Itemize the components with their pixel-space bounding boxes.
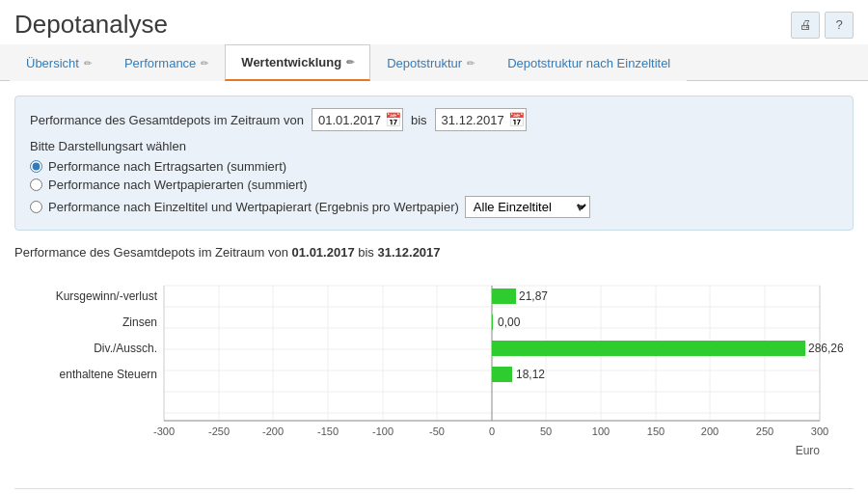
tab-depotstruktur-edit-icon: ✏ (467, 58, 475, 69)
date-to-label: bis (411, 113, 427, 127)
einzeltitel-dropdown[interactable]: Alle Einzeltitel (465, 196, 590, 218)
bar-label-kursgewinn: 21,87 (519, 289, 548, 303)
tab-uebersicht-edit-icon: ✏ (84, 58, 92, 69)
radio-einzeltitel-label[interactable]: Performance nach Einzeltitel und Wertpap… (48, 200, 459, 214)
tab-uebersicht-label: Übersicht (26, 56, 79, 70)
display-type-group: Performance nach Ertragsarten (summiert)… (30, 159, 838, 218)
summary-date-from: 01.01.2017 (292, 245, 355, 260)
tab-performance-label: Performance (124, 56, 196, 70)
tab-performance[interactable]: Performance ✏ (108, 44, 225, 81)
tab-uebersicht[interactable]: Übersicht ✏ (10, 44, 108, 81)
svg-text:-100: -100 (372, 425, 393, 437)
svg-text:50: 50 (540, 425, 552, 437)
date-to-value: 31.12.2017 (442, 113, 504, 127)
bar-label-steuern: 18,12 (516, 368, 545, 381)
label-kursgewinn: Kursgewinn/-verlust (56, 289, 158, 303)
date-to-input[interactable]: 31.12.2017 📅 (435, 108, 527, 131)
radio-wertpapierarten-label[interactable]: Performance nach Wertpapierarten (summie… (48, 178, 308, 192)
help-button[interactable]: ? (825, 12, 854, 39)
svg-text:300: 300 (811, 425, 828, 437)
calendar-to-icon[interactable]: 📅 (508, 112, 525, 127)
tab-depotstruktur[interactable]: Depotstruktur ✏ (370, 44, 491, 81)
main-content: Performance des Gesamtdepots im Zeitraum… (0, 81, 868, 494)
svg-text:-300: -300 (153, 425, 175, 437)
label-div: Div./Aussch. (94, 342, 157, 355)
tab-wertentwicklung-label: Wertentwicklung (241, 55, 341, 69)
radio-ertragsarten-row: Performance nach Ertragsarten (summiert) (30, 159, 838, 174)
radio-einzeltitel-row: Performance nach Einzeltitel und Wertpap… (30, 196, 838, 218)
radio-wertpapierarten[interactable] (30, 178, 42, 191)
svg-text:-50: -50 (429, 425, 445, 437)
radio-einzeltitel[interactable] (30, 201, 42, 213)
label-zinsen: Zinsen (122, 316, 157, 329)
radio-ertragsarten[interactable] (30, 160, 42, 173)
summary-date-to: 31.12.2017 (377, 245, 440, 260)
filter-panel: Performance des Gesamtdepots im Zeitraum… (14, 96, 854, 231)
bar-div (492, 341, 805, 356)
svg-text:250: 250 (756, 425, 773, 437)
radio-wertpapierarten-row: Performance nach Wertpapierarten (summie… (30, 178, 838, 192)
header-actions: 🖨 ? (791, 12, 854, 39)
svg-text:100: 100 (592, 425, 610, 437)
svg-text:150: 150 (647, 425, 665, 437)
bar-zinsen (492, 315, 493, 330)
svg-text:-150: -150 (317, 425, 339, 437)
x-axis-label: Euro (796, 444, 821, 457)
svg-text:-200: -200 (262, 425, 284, 437)
date-from-label: Performance des Gesamtdepots im Zeitraum… (30, 113, 304, 127)
svg-text:200: 200 (701, 425, 719, 437)
tab-depotstruktur-einzel-label: Depotstruktur nach Einzeltitel (507, 56, 670, 70)
tab-depotstruktur-einzel[interactable]: Depotstruktur nach Einzeltitel (491, 44, 687, 81)
app-title: Depotanalyse (14, 10, 168, 40)
label-steuern: enthaltene Steuern (60, 368, 157, 381)
bar-label-div: 286,26 (808, 342, 844, 355)
tab-bar: Übersicht ✏ Performance ✏ Wertentwicklun… (0, 44, 868, 81)
bar-label-zinsen: 0,00 (498, 316, 521, 329)
chart-area: .axis-tick { font-size: 11px; fill: #555… (14, 271, 854, 479)
date-from-input[interactable]: 01.01.2017 📅 (312, 108, 403, 131)
tab-performance-edit-icon: ✏ (201, 58, 208, 69)
date-from-value: 01.01.2017 (318, 113, 381, 127)
summary-text: Performance des Gesamtdepots im Zeitraum… (14, 245, 854, 260)
svg-text:0: 0 (489, 425, 495, 437)
app-header: Depotanalyse 🖨 ? (0, 0, 868, 44)
bar-steuern (492, 367, 512, 382)
bar-chart: .axis-tick { font-size: 11px; fill: #555… (24, 276, 854, 469)
date-filter-row: Performance des Gesamtdepots im Zeitraum… (30, 108, 838, 131)
tab-wertentwicklung-edit-icon: ✏ (346, 57, 354, 68)
display-type-label: Bitte Darstellungsart wählen (30, 139, 838, 153)
svg-text:-250: -250 (208, 425, 230, 437)
tab-wertentwicklung[interactable]: Wertentwicklung ✏ (225, 44, 370, 81)
radio-ertragsarten-label[interactable]: Performance nach Ertragsarten (summiert) (48, 159, 286, 174)
total-line: Performance nach Ertragsarten gesamt in … (14, 488, 854, 494)
bar-kursgewinn (492, 288, 516, 304)
print-button[interactable]: 🖨 (791, 12, 820, 39)
calendar-from-icon[interactable]: 📅 (385, 112, 401, 127)
tab-depotstruktur-label: Depotstruktur (387, 56, 462, 70)
